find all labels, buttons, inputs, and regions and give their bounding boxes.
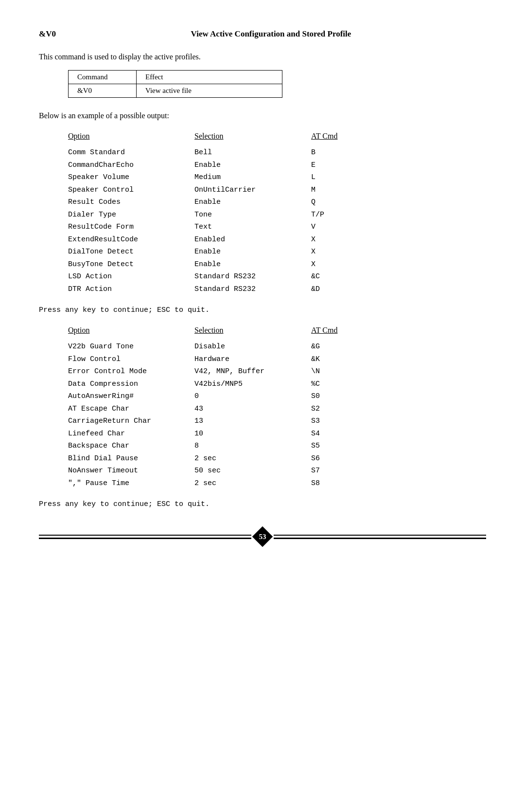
selection: 0 (194, 390, 311, 403)
atcmd: X (311, 246, 360, 258)
option: NoAnswer Timeout (68, 465, 194, 477)
table-row: Error Control Mode V42, MNP, Buffer\N (68, 365, 486, 378)
table-row: ResultCode Form Text V (68, 221, 486, 234)
table-row: Data Compression V42bis/MNP5 %C (68, 378, 486, 391)
option: AutoAnswerRing# (68, 390, 194, 403)
option: Blind Dial Pause (68, 452, 194, 465)
table-row: AT Escape Char 43 S2 (68, 403, 486, 415)
atcmd: S3 (311, 415, 360, 428)
col-header-option-1: Option (68, 132, 194, 141)
atcmd: S5 (311, 440, 360, 452)
page-number: 53 (259, 533, 266, 541)
table-cell-effect: View active file (137, 84, 282, 98)
page-number-container: 53 (251, 529, 274, 544)
selection: 43 (194, 403, 311, 415)
example-intro-text: Below is an example of a possible output… (39, 111, 486, 120)
option: Speaker Control (68, 184, 194, 197)
table-row: DialTone Detect Enable X (68, 246, 486, 258)
atcmd: &D (311, 283, 360, 296)
atcmd: X (311, 258, 360, 271)
table-header-command: Command (69, 71, 137, 84)
table-row: CommandCharEcho Enable E (68, 159, 486, 172)
selection: Bell (194, 146, 311, 159)
atcmd: \N (311, 365, 360, 378)
selection: V42, MNP, Buffer (194, 365, 311, 378)
header-code: &V0 (39, 29, 56, 39)
atcmd: E (311, 159, 360, 172)
option: Linefeed Char (68, 428, 194, 440)
page-header: &V0 View Active Configuration and Stored… (39, 29, 486, 39)
option: Dialer Type (68, 209, 194, 221)
option: ResultCode Form (68, 221, 194, 234)
option: Flow Control (68, 353, 194, 366)
table-row: Speaker Volume Medium L (68, 171, 486, 184)
option: Error Control Mode (68, 365, 194, 378)
table-row: AutoAnswerRing# 0 S0 (68, 390, 486, 403)
selection: 8 (194, 440, 311, 452)
option: ExtendResultCode (68, 234, 194, 246)
col-header-atcmd-2: AT Cmd (311, 326, 337, 335)
col-header-atcmd-1: AT Cmd (311, 132, 337, 141)
command-table: Command Effect &V0 View active file (68, 70, 282, 98)
atcmd: &C (311, 271, 360, 283)
selection: Enable (194, 258, 311, 271)
option: Backspace Char (68, 440, 194, 452)
atcmd: S6 (311, 452, 360, 465)
atcmd: M (311, 184, 360, 197)
selection: Medium (194, 171, 311, 184)
atcmd: S7 (311, 465, 360, 477)
option: Comm Standard (68, 146, 194, 159)
table-row: Dialer Type Tone T/P (68, 209, 486, 221)
page-footer: 53 (39, 528, 486, 545)
col-header-option-2: Option (68, 326, 194, 335)
table-row: LSD Action Standard RS232 &C (68, 271, 486, 283)
option: "," Pause Time (68, 477, 194, 490)
table-row: V22b Guard Tone Disable &G (68, 341, 486, 353)
col-header-selection-1: Selection (194, 132, 311, 141)
atcmd: T/P (311, 209, 360, 221)
press-continue-1: Press any key to continue; ESC to quit. (39, 306, 486, 314)
atcmd: S2 (311, 403, 360, 415)
table-cell-command: &V0 (69, 84, 137, 98)
atcmd: &G (311, 341, 360, 353)
table-row: NoAnswer Timeout 50 sec S7 (68, 465, 486, 477)
selection: V42bis/MNP5 (194, 378, 311, 391)
option: Speaker Volume (68, 171, 194, 184)
selection: Tone (194, 209, 311, 221)
selection: Disable (194, 341, 311, 353)
table-row: Blind Dial Pause 2 sec S6 (68, 452, 486, 465)
table-row: Speaker Control OnUntilCarrier M (68, 184, 486, 197)
table-row: DTR Action Standard RS232 &D (68, 283, 486, 296)
atcmd: X (311, 234, 360, 246)
option: AT Escape Char (68, 403, 194, 415)
selection: 10 (194, 428, 311, 440)
atcmd: V (311, 221, 360, 234)
table-row: CarriageReturn Char 13 S3 (68, 415, 486, 428)
option: BusyTone Detect (68, 258, 194, 271)
option: Result Codes (68, 196, 194, 209)
page-number-diamond: 53 (252, 526, 273, 547)
atcmd: &K (311, 353, 360, 366)
option: DialTone Detect (68, 246, 194, 258)
table-row: Result Codes Enable Q (68, 196, 486, 209)
table-row: ExtendResultCode Enabled X (68, 234, 486, 246)
intro-text: This command is used to display the acti… (39, 53, 486, 61)
option: LSD Action (68, 271, 194, 283)
option: V22b Guard Tone (68, 341, 194, 353)
header-title: View Active Configuration and Stored Pro… (56, 29, 486, 39)
table-row: Flow Control Hardware &K (68, 353, 486, 366)
selection: 2 sec (194, 452, 311, 465)
atcmd: S0 (311, 390, 360, 403)
selection: Hardware (194, 353, 311, 366)
selection: Enabled (194, 234, 311, 246)
output-section-1: Option Selection AT Cmd Comm Standard Be… (68, 132, 486, 295)
selection: 13 (194, 415, 311, 428)
press-continue-2: Press any key to continue; ESC to quit. (39, 500, 486, 508)
section2-headers: Option Selection AT Cmd (68, 326, 486, 335)
section2-data-rows: V22b Guard Tone Disable &G Flow Control … (68, 341, 486, 489)
col-header-selection-2: Selection (194, 326, 311, 335)
option: CommandCharEcho (68, 159, 194, 172)
table-row: Backspace Char 8 S5 (68, 440, 486, 452)
atcmd: Q (311, 196, 360, 209)
option: DTR Action (68, 283, 194, 296)
